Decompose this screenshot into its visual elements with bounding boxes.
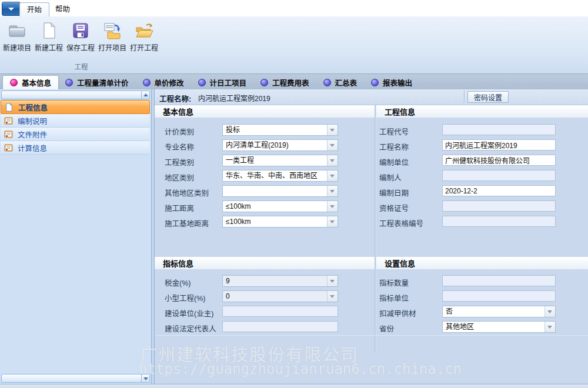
- down-arrow-icon: [143, 377, 148, 380]
- sidebar-scroll-bar-top[interactable]: [1, 91, 142, 99]
- document-icon: [5, 103, 14, 112]
- sidebar-item-compilation-notes[interactable]: 编制说明: [1, 114, 150, 128]
- open-project-button[interactable]: 打开项目: [97, 21, 128, 52]
- ribbon-group-project: 新建项目 新建工程 保存工程: [1, 16, 161, 73]
- dropdown-arrow-icon[interactable]: [327, 186, 338, 196]
- small-project-value: 0: [223, 291, 327, 302]
- scroll-up-button[interactable]: [141, 91, 150, 99]
- tab-circle-icon: [65, 79, 73, 86]
- page-tab-report-output[interactable]: 报表输出: [364, 76, 419, 89]
- tab-circle-icon: [260, 79, 268, 86]
- dropdown-arrow-icon[interactable]: [327, 140, 338, 150]
- indicator-quantity-input[interactable]: [442, 275, 556, 286]
- label-project-code: 工程代号: [379, 126, 409, 137]
- ribbon-button-label: 打开项目: [97, 42, 128, 52]
- label-compiler: 编制人: [379, 172, 402, 183]
- tab-help[interactable]: 帮助: [48, 2, 77, 16]
- deduct-owner-supplied-select[interactable]: 否: [442, 306, 556, 317]
- label-other-region-category: 其他地区类别: [165, 187, 209, 198]
- construction-owner-input[interactable]: [222, 306, 338, 317]
- page-tab-label: 计日工项目: [210, 77, 247, 88]
- compiler-input[interactable]: [442, 170, 556, 181]
- label-deduct-owner-supplied: 扣减甲供材: [379, 307, 416, 319]
- dropdown-arrow-icon[interactable]: [327, 291, 338, 302]
- section-bottom-line: [155, 335, 588, 336]
- report-folder-icon: [4, 130, 13, 139]
- page-tab-label: 基本信息: [22, 77, 51, 88]
- label-project-form-no: 工程表格编号: [379, 218, 423, 229]
- project-code-input[interactable]: [442, 124, 556, 135]
- tab-circle-icon: [371, 79, 379, 86]
- construction-base-distance-value: ≤100km: [223, 216, 327, 227]
- app-tab-row: 开始 帮助: [0, 0, 588, 16]
- label-region-category: 地区类别: [165, 172, 194, 183]
- tab-circle-icon: [323, 79, 331, 86]
- page-tab-unit-price-edit[interactable]: 单价修改: [136, 76, 191, 89]
- application-menu-button[interactable]: [2, 2, 21, 16]
- save-work-button[interactable]: 保存工程: [65, 21, 96, 52]
- construction-distance-select[interactable]: ≤100km: [222, 200, 338, 212]
- sidebar-scroll-bar-bottom[interactable]: [1, 374, 142, 383]
- password-settings-button[interactable]: 密码设置: [467, 91, 509, 103]
- header-divider: [464, 91, 465, 103]
- compile-date-input[interactable]: [442, 185, 556, 196]
- open-work-button[interactable]: 打开工程: [129, 21, 159, 52]
- pricing-category-select[interactable]: 投标: [222, 124, 338, 136]
- project-header-bar: 工程名称: 内河航运工程案例2019 密码设置: [155, 89, 588, 105]
- sidebar-item-project-info[interactable]: 工程信息: [1, 100, 150, 114]
- dropdown-arrow-icon[interactable]: [327, 125, 338, 135]
- label-project-name: 工程名称: [379, 141, 409, 152]
- new-project-button[interactable]: 新建项目: [2, 21, 32, 52]
- specialty-name-select[interactable]: 内河清单工程(2019): [222, 139, 338, 151]
- dropdown-arrow-icon[interactable]: [327, 170, 338, 181]
- scroll-down-button[interactable]: [141, 374, 150, 383]
- project-form-no-input[interactable]: [442, 216, 556, 227]
- legal-representative-input[interactable]: [222, 321, 338, 332]
- sidebar-item-file-attachments[interactable]: 文件附件: [1, 128, 150, 141]
- dropdown-arrow-icon[interactable]: [544, 322, 555, 332]
- project-name-value: 内河航运工程案例2019: [198, 93, 270, 103]
- dropdown-arrow-icon[interactable]: [544, 306, 555, 317]
- project-name-input[interactable]: [442, 139, 556, 150]
- dropdown-arrow-icon[interactable]: [327, 276, 338, 286]
- dropdown-arrow-icon[interactable]: [327, 201, 338, 212]
- sidebar-item-list: 工程信息 编制说明 文件附件 计算信息: [1, 100, 150, 155]
- tax-rate-select[interactable]: 9: [222, 275, 338, 287]
- small-project-select[interactable]: 0: [222, 290, 338, 302]
- label-indicator-quantity: 指标数量: [379, 277, 409, 288]
- page-tab-cost-table[interactable]: 工程费用表: [253, 76, 316, 89]
- floppy-disk-icon: [71, 21, 90, 40]
- label-legal-representative: 建设法定代表人: [165, 323, 216, 334]
- region-category-select[interactable]: 华东、华南、中南、西南地区: [222, 170, 338, 182]
- sidebar-item-calculation-info[interactable]: 计算信息: [1, 141, 150, 155]
- construction-distance-value: ≤100km: [223, 201, 327, 212]
- other-region-category-select[interactable]: [222, 185, 338, 197]
- page-tab-basic-info[interactable]: 基本信息: [3, 76, 58, 89]
- section-header-project-info: 工程信息: [376, 105, 588, 118]
- project-category-select[interactable]: 一类工程: [222, 155, 338, 166]
- navigation-pane: 工程信息 编制说明 文件附件 计算信息: [0, 89, 152, 384]
- dropdown-arrow-icon[interactable]: [327, 155, 338, 166]
- construction-base-distance-select[interactable]: ≤100km: [222, 216, 338, 228]
- compiling-unit-input[interactable]: [442, 155, 556, 166]
- open-project-icon: [103, 21, 122, 40]
- label-province: 省份: [379, 323, 394, 334]
- ribbon-button-label: 保存工程: [65, 42, 96, 52]
- main-panel: 工程名称: 内河航运工程案例2019 密码设置 基本信息 工程信息 指标信息 设…: [155, 89, 588, 384]
- up-arrow-icon: [143, 93, 148, 96]
- ribbon-button-label: 打开工程: [129, 42, 159, 52]
- page-tab-boq-pricing[interactable]: 工程量清单计价: [58, 76, 136, 89]
- region-category-value: 华东、华南、中南、西南地区: [223, 170, 327, 181]
- new-work-button[interactable]: 新建工程: [34, 21, 64, 52]
- project-name-label: 工程名称:: [159, 93, 191, 104]
- qualification-no-input[interactable]: [442, 200, 556, 212]
- section-header-basic-info: 基本信息: [155, 105, 375, 118]
- page-tab-label: 工程费用表: [272, 77, 309, 88]
- page-tab-summary-table[interactable]: 汇总表: [316, 76, 365, 89]
- page-tab-daywork-items[interactable]: 计日工项目: [191, 76, 254, 89]
- province-value: 其他地区: [443, 322, 544, 332]
- province-select[interactable]: 其他地区: [442, 321, 556, 333]
- dropdown-arrow-icon[interactable]: [327, 216, 338, 227]
- tab-start[interactable]: 开始: [19, 2, 49, 16]
- indicator-unit-input[interactable]: [442, 290, 556, 302]
